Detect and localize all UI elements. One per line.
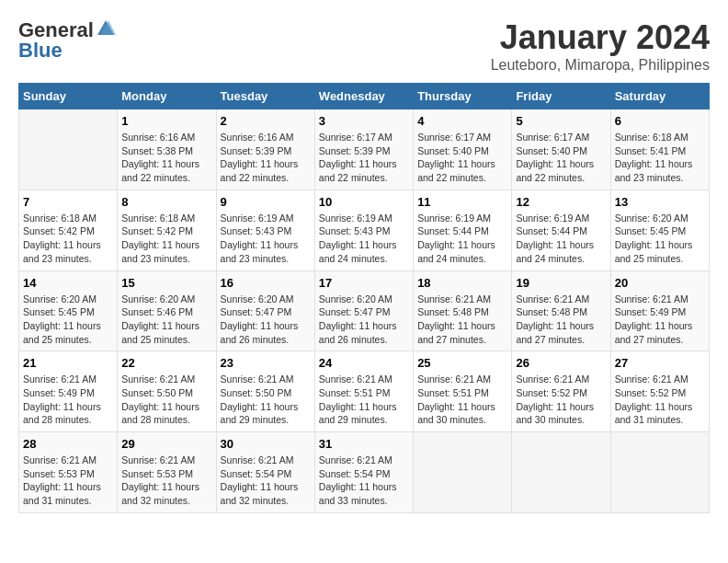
day-number: 11 bbox=[417, 195, 507, 209]
calendar-cell: 14Sunrise: 6:20 AM Sunset: 5:45 PM Dayli… bbox=[19, 270, 118, 351]
calendar-week-row: 14Sunrise: 6:20 AM Sunset: 5:45 PM Dayli… bbox=[19, 270, 710, 351]
day-info: Sunrise: 6:18 AM Sunset: 5:42 PM Dayligh… bbox=[23, 212, 113, 266]
day-number: 28 bbox=[23, 437, 113, 451]
page-header: General Blue January 2024 Leuteboro, Mim… bbox=[18, 18, 710, 74]
calendar-cell: 11Sunrise: 6:19 AM Sunset: 5:44 PM Dayli… bbox=[414, 190, 512, 270]
day-number: 21 bbox=[23, 356, 113, 370]
day-number: 2 bbox=[221, 114, 311, 128]
calendar-cell: 13Sunrise: 6:20 AM Sunset: 5:45 PM Dayli… bbox=[610, 190, 709, 270]
calendar-cell bbox=[512, 432, 610, 513]
calendar-cell: 30Sunrise: 6:21 AM Sunset: 5:54 PM Dayli… bbox=[216, 432, 314, 513]
day-number: 3 bbox=[319, 114, 409, 128]
calendar-week-row: 7Sunrise: 6:18 AM Sunset: 5:42 PM Daylig… bbox=[19, 190, 710, 270]
day-number: 22 bbox=[121, 356, 211, 370]
day-info: Sunrise: 6:20 AM Sunset: 5:47 PM Dayligh… bbox=[319, 293, 409, 347]
day-info: Sunrise: 6:17 AM Sunset: 5:39 PM Dayligh… bbox=[319, 131, 409, 185]
calendar-cell: 24Sunrise: 6:21 AM Sunset: 5:51 PM Dayli… bbox=[314, 351, 413, 432]
calendar-cell: 9Sunrise: 6:19 AM Sunset: 5:43 PM Daylig… bbox=[216, 190, 314, 270]
day-number: 8 bbox=[121, 195, 211, 209]
calendar-cell bbox=[610, 432, 709, 513]
day-number: 19 bbox=[516, 276, 606, 290]
day-number: 6 bbox=[615, 114, 705, 128]
day-info: Sunrise: 6:20 AM Sunset: 5:45 PM Dayligh… bbox=[23, 293, 113, 347]
day-info: Sunrise: 6:21 AM Sunset: 5:48 PM Dayligh… bbox=[516, 293, 606, 347]
calendar-week-row: 21Sunrise: 6:21 AM Sunset: 5:49 PM Dayli… bbox=[19, 351, 710, 432]
day-info: Sunrise: 6:21 AM Sunset: 5:51 PM Dayligh… bbox=[417, 373, 507, 427]
day-info: Sunrise: 6:21 AM Sunset: 5:53 PM Dayligh… bbox=[121, 454, 211, 508]
day-info: Sunrise: 6:19 AM Sunset: 5:44 PM Dayligh… bbox=[417, 212, 507, 266]
day-number: 25 bbox=[417, 356, 507, 370]
day-number: 17 bbox=[319, 276, 409, 290]
day-info: Sunrise: 6:21 AM Sunset: 5:51 PM Dayligh… bbox=[319, 373, 409, 427]
day-info: Sunrise: 6:18 AM Sunset: 5:42 PM Dayligh… bbox=[121, 212, 211, 266]
day-info: Sunrise: 6:17 AM Sunset: 5:40 PM Dayligh… bbox=[417, 131, 507, 185]
day-number: 16 bbox=[221, 276, 311, 290]
column-header-saturday: Saturday bbox=[610, 84, 709, 109]
day-number: 9 bbox=[221, 195, 311, 209]
column-header-thursday: Thursday bbox=[414, 84, 512, 109]
calendar-cell: 18Sunrise: 6:21 AM Sunset: 5:48 PM Dayli… bbox=[414, 270, 512, 351]
calendar-cell: 20Sunrise: 6:21 AM Sunset: 5:49 PM Dayli… bbox=[610, 270, 709, 351]
day-number: 20 bbox=[615, 276, 705, 290]
calendar-cell: 2Sunrise: 6:16 AM Sunset: 5:39 PM Daylig… bbox=[216, 109, 314, 190]
title-area: January 2024 Leuteboro, Mimaropa, Philip… bbox=[491, 18, 710, 74]
calendar-cell: 25Sunrise: 6:21 AM Sunset: 5:51 PM Dayli… bbox=[414, 351, 512, 432]
day-number: 13 bbox=[615, 195, 705, 209]
column-header-monday: Monday bbox=[118, 84, 216, 109]
day-number: 12 bbox=[516, 195, 606, 209]
logo-icon bbox=[96, 18, 116, 39]
calendar-cell: 28Sunrise: 6:21 AM Sunset: 5:53 PM Dayli… bbox=[19, 432, 118, 513]
day-number: 23 bbox=[221, 356, 311, 370]
column-header-sunday: Sunday bbox=[19, 84, 118, 109]
logo-blue: Blue bbox=[18, 39, 63, 63]
calendar-header: SundayMondayTuesdayWednesdayThursdayFrid… bbox=[19, 84, 710, 109]
calendar-cell: 16Sunrise: 6:20 AM Sunset: 5:47 PM Dayli… bbox=[216, 270, 314, 351]
day-number: 31 bbox=[319, 437, 409, 451]
day-info: Sunrise: 6:21 AM Sunset: 5:48 PM Dayligh… bbox=[417, 293, 507, 347]
day-info: Sunrise: 6:21 AM Sunset: 5:49 PM Dayligh… bbox=[23, 373, 113, 427]
calendar-cell: 1Sunrise: 6:16 AM Sunset: 5:38 PM Daylig… bbox=[118, 109, 216, 190]
calendar-cell: 23Sunrise: 6:21 AM Sunset: 5:50 PM Dayli… bbox=[216, 351, 314, 432]
day-info: Sunrise: 6:16 AM Sunset: 5:39 PM Dayligh… bbox=[221, 131, 311, 185]
calendar-cell: 12Sunrise: 6:19 AM Sunset: 5:44 PM Dayli… bbox=[512, 190, 610, 270]
month-title: January 2024 bbox=[491, 18, 710, 57]
calendar-cell: 26Sunrise: 6:21 AM Sunset: 5:52 PM Dayli… bbox=[512, 351, 610, 432]
calendar-cell: 17Sunrise: 6:20 AM Sunset: 5:47 PM Dayli… bbox=[314, 270, 413, 351]
day-info: Sunrise: 6:19 AM Sunset: 5:43 PM Dayligh… bbox=[221, 212, 311, 266]
day-info: Sunrise: 6:18 AM Sunset: 5:41 PM Dayligh… bbox=[615, 131, 705, 185]
day-number: 4 bbox=[417, 114, 507, 128]
calendar-week-row: 1Sunrise: 6:16 AM Sunset: 5:38 PM Daylig… bbox=[19, 109, 710, 190]
day-info: Sunrise: 6:21 AM Sunset: 5:52 PM Dayligh… bbox=[516, 373, 606, 427]
day-number: 26 bbox=[516, 356, 606, 370]
day-info: Sunrise: 6:21 AM Sunset: 5:50 PM Dayligh… bbox=[121, 373, 211, 427]
day-info: Sunrise: 6:16 AM Sunset: 5:38 PM Dayligh… bbox=[121, 131, 211, 185]
day-info: Sunrise: 6:21 AM Sunset: 5:50 PM Dayligh… bbox=[221, 373, 311, 427]
day-info: Sunrise: 6:21 AM Sunset: 5:54 PM Dayligh… bbox=[221, 454, 311, 508]
calendar-cell: 5Sunrise: 6:17 AM Sunset: 5:40 PM Daylig… bbox=[512, 109, 610, 190]
calendar-cell: 4Sunrise: 6:17 AM Sunset: 5:40 PM Daylig… bbox=[414, 109, 512, 190]
day-number: 10 bbox=[319, 195, 409, 209]
day-info: Sunrise: 6:19 AM Sunset: 5:44 PM Dayligh… bbox=[516, 212, 606, 266]
day-number: 24 bbox=[319, 356, 409, 370]
day-number: 30 bbox=[221, 437, 311, 451]
day-info: Sunrise: 6:21 AM Sunset: 5:52 PM Dayligh… bbox=[615, 373, 705, 427]
day-number: 15 bbox=[121, 276, 211, 290]
day-number: 18 bbox=[417, 276, 507, 290]
calendar-cell bbox=[414, 432, 512, 513]
calendar-cell: 29Sunrise: 6:21 AM Sunset: 5:53 PM Dayli… bbox=[118, 432, 216, 513]
calendar-cell: 3Sunrise: 6:17 AM Sunset: 5:39 PM Daylig… bbox=[314, 109, 413, 190]
day-info: Sunrise: 6:20 AM Sunset: 5:46 PM Dayligh… bbox=[121, 293, 211, 347]
calendar-cell bbox=[19, 109, 118, 190]
calendar-cell: 19Sunrise: 6:21 AM Sunset: 5:48 PM Dayli… bbox=[512, 270, 610, 351]
day-info: Sunrise: 6:21 AM Sunset: 5:53 PM Dayligh… bbox=[23, 454, 113, 508]
calendar-cell: 22Sunrise: 6:21 AM Sunset: 5:50 PM Dayli… bbox=[118, 351, 216, 432]
location-title: Leuteboro, Mimaropa, Philippines bbox=[491, 57, 710, 74]
calendar-cell: 21Sunrise: 6:21 AM Sunset: 5:49 PM Dayli… bbox=[19, 351, 118, 432]
column-header-wednesday: Wednesday bbox=[314, 84, 413, 109]
calendar-cell: 27Sunrise: 6:21 AM Sunset: 5:52 PM Dayli… bbox=[610, 351, 709, 432]
calendar-cell: 8Sunrise: 6:18 AM Sunset: 5:42 PM Daylig… bbox=[118, 190, 216, 270]
day-info: Sunrise: 6:21 AM Sunset: 5:49 PM Dayligh… bbox=[615, 293, 705, 347]
day-number: 27 bbox=[615, 356, 705, 370]
column-header-friday: Friday bbox=[512, 84, 610, 109]
day-info: Sunrise: 6:19 AM Sunset: 5:43 PM Dayligh… bbox=[319, 212, 409, 266]
